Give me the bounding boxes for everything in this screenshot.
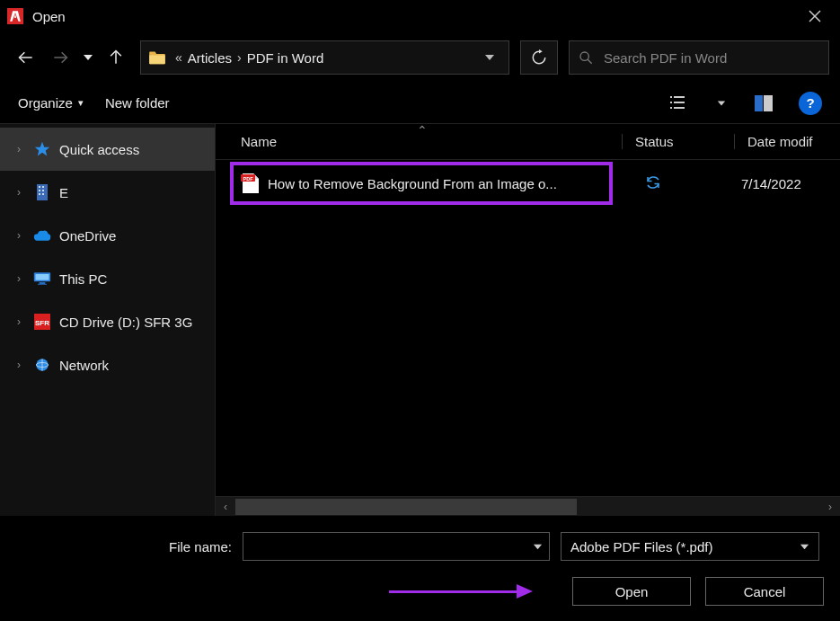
close-button[interactable] bbox=[797, 0, 833, 32]
help-button[interactable]: ? bbox=[799, 92, 822, 115]
sidebar: › Quick access › E › OneDrive › This bbox=[0, 124, 216, 516]
chevron-right-icon: › bbox=[13, 272, 25, 285]
sidebar-item-label: Network bbox=[59, 358, 109, 373]
column-name[interactable]: ⌃ Name bbox=[241, 134, 622, 149]
sidebar-item-label: This PC bbox=[59, 271, 107, 287]
breadcrumb-seg-pdfinword[interactable]: PDF in Word bbox=[247, 50, 324, 66]
chevron-right-icon: › bbox=[13, 315, 25, 328]
scroll-right-button[interactable]: › bbox=[820, 497, 840, 517]
nav-bar: « Articles › PDF in Word bbox=[0, 32, 840, 83]
sidebar-item-quick-access[interactable]: › Quick access bbox=[0, 128, 215, 171]
adobe-icon bbox=[7, 8, 23, 24]
svg-rect-15 bbox=[674, 107, 685, 109]
horizontal-scrollbar[interactable]: ‹ › bbox=[216, 496, 840, 516]
svg-rect-14 bbox=[670, 107, 672, 109]
up-button[interactable] bbox=[101, 42, 131, 73]
svg-text:SFR: SFR bbox=[35, 319, 49, 327]
svg-rect-30 bbox=[38, 284, 47, 285]
organize-button[interactable]: Organize ▾ bbox=[18, 95, 84, 111]
file-pane: ⌃ Name Status Date modif PDF How to Remo… bbox=[216, 124, 840, 516]
preview-pane-button[interactable] bbox=[750, 90, 777, 117]
svg-rect-10 bbox=[670, 96, 672, 98]
column-status[interactable]: Status bbox=[622, 134, 734, 149]
building-icon bbox=[32, 183, 52, 201]
filename-dropdown[interactable] bbox=[526, 533, 549, 560]
view-dropdown[interactable] bbox=[714, 90, 729, 117]
toolbar: Organize ▾ New folder ? bbox=[0, 83, 840, 124]
svg-rect-28 bbox=[36, 274, 49, 280]
svg-rect-22 bbox=[42, 186, 44, 188]
svg-point-8 bbox=[580, 52, 588, 60]
column-headers: ⌃ Name Status Date modif bbox=[216, 124, 840, 160]
svg-rect-11 bbox=[674, 96, 685, 98]
forward-button[interactable] bbox=[45, 42, 75, 73]
back-button[interactable] bbox=[11, 42, 41, 73]
address-dropdown[interactable] bbox=[478, 52, 501, 63]
filename-label: File name: bbox=[16, 539, 232, 554]
svg-marker-7 bbox=[539, 49, 543, 54]
search-icon bbox=[579, 50, 593, 65]
title-bar: Open bbox=[0, 0, 840, 32]
chevron-down-icon bbox=[800, 542, 809, 552]
filetype-select[interactable]: Adobe PDF Files (*.pdf) bbox=[561, 532, 819, 561]
sidebar-item-onedrive[interactable]: › OneDrive bbox=[0, 214, 215, 257]
footer: File name: Adobe PDF Files (*.pdf) Open … bbox=[0, 516, 840, 617]
svg-marker-19 bbox=[35, 142, 50, 156]
search-box[interactable] bbox=[569, 40, 829, 75]
sidebar-item-label: Quick access bbox=[59, 142, 139, 157]
star-icon bbox=[32, 140, 52, 158]
file-row[interactable]: PDF How to Remove Background From an Ima… bbox=[226, 164, 833, 203]
recent-locations-dropdown[interactable] bbox=[79, 42, 97, 73]
chevron-right-icon: › bbox=[237, 50, 242, 65]
chevron-right-icon: › bbox=[13, 186, 25, 199]
file-date: 7/14/2022 bbox=[729, 176, 833, 191]
chevron-right-icon: › bbox=[13, 359, 25, 371]
folder-icon bbox=[148, 50, 166, 65]
sort-indicator-icon: ⌃ bbox=[417, 123, 428, 138]
organize-label: Organize bbox=[18, 95, 73, 111]
cloud-icon bbox=[32, 226, 52, 244]
scroll-thumb[interactable] bbox=[235, 499, 577, 515]
svg-rect-29 bbox=[40, 282, 46, 284]
file-name: How to Remove Background From an Image o… bbox=[268, 176, 616, 191]
chevron-right-icon: › bbox=[13, 229, 25, 242]
file-list[interactable]: PDF How to Remove Background From an Ima… bbox=[216, 160, 840, 496]
sfr-icon: SFR bbox=[32, 313, 52, 331]
sidebar-item-label: OneDrive bbox=[59, 228, 116, 244]
breadcrumb: « Articles › PDF in Word bbox=[175, 50, 478, 66]
scroll-track[interactable] bbox=[235, 497, 820, 516]
address-bar[interactable]: « Articles › PDF in Word bbox=[140, 40, 509, 75]
refresh-button[interactable] bbox=[520, 40, 558, 75]
open-button[interactable]: Open bbox=[572, 577, 691, 606]
svg-rect-24 bbox=[42, 190, 44, 191]
breadcrumb-seg-articles[interactable]: Articles bbox=[188, 50, 232, 66]
scroll-left-button[interactable]: ‹ bbox=[216, 497, 235, 517]
sidebar-item-label: E bbox=[59, 185, 68, 200]
svg-rect-26 bbox=[42, 193, 44, 195]
new-folder-button[interactable]: New folder bbox=[105, 95, 170, 111]
computer-icon bbox=[32, 270, 52, 288]
filename-input[interactable] bbox=[243, 539, 526, 554]
svg-rect-21 bbox=[39, 186, 40, 188]
file-status bbox=[616, 174, 729, 193]
sidebar-item-network[interactable]: › Network bbox=[0, 343, 215, 386]
chevron-down-icon: ▾ bbox=[78, 97, 84, 109]
svg-line-9 bbox=[588, 59, 592, 64]
sidebar-item-this-pc[interactable]: › This PC bbox=[0, 257, 215, 300]
search-input[interactable] bbox=[604, 50, 819, 66]
change-view-button[interactable] bbox=[666, 90, 693, 117]
newfolder-label: New folder bbox=[105, 95, 170, 111]
svg-rect-17 bbox=[755, 95, 763, 111]
cancel-button[interactable]: Cancel bbox=[705, 577, 824, 606]
column-date[interactable]: Date modif bbox=[734, 134, 840, 149]
pdf-icon: PDF bbox=[241, 173, 259, 193]
filename-field[interactable] bbox=[243, 532, 550, 561]
svg-marker-39 bbox=[800, 544, 809, 549]
svg-rect-18 bbox=[764, 95, 773, 111]
filetype-label: Adobe PDF Files (*.pdf) bbox=[570, 539, 800, 554]
svg-marker-4 bbox=[84, 55, 93, 60]
sidebar-item-e[interactable]: › E bbox=[0, 171, 215, 214]
svg-marker-6 bbox=[485, 55, 494, 60]
sidebar-item-cd-drive[interactable]: › SFR CD Drive (D:) SFR 3G bbox=[0, 300, 215, 343]
svg-text:PDF: PDF bbox=[243, 176, 254, 182]
